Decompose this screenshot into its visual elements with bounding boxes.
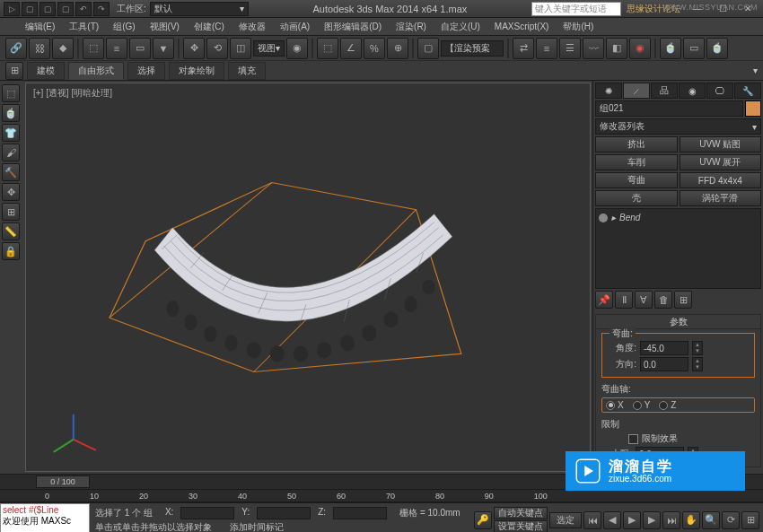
ribbon-tab-modeling[interactable]: 建模 [27,62,65,80]
unique-icon[interactable]: ∀ [635,291,653,309]
expand-icon[interactable]: ▸ [611,213,616,222]
frame-slider[interactable]: 0 / 100 [36,475,90,488]
menu-group[interactable]: 组(G) [106,19,142,35]
menu-customize[interactable]: 自定义(U) [434,19,487,35]
menu-views[interactable]: 视图(V) [143,19,187,35]
pin-stack-icon[interactable]: 📌 [595,291,613,309]
object-name-field[interactable]: 组021 [595,100,743,117]
menu-modifiers[interactable]: 修改器 [232,19,273,35]
stack-item-bend[interactable]: ▸ Bend [599,212,758,223]
move-icon[interactable]: ✥ [183,38,205,59]
select-name-icon[interactable]: ≡ [106,38,127,59]
limit-effect-check[interactable] [628,434,638,444]
play-icon[interactable]: ▶ [623,511,641,529]
btn-bend[interactable]: 弯曲 [595,172,678,188]
direction-input[interactable]: 0.0 [640,357,688,371]
ribbon-poly-icon[interactable]: ⊞ [5,62,23,80]
render-preset-dropdown[interactable]: 【渲染预案 [441,40,504,57]
display-tab-icon[interactable]: 🖵 [706,83,733,99]
ribbon-expand-icon[interactable]: ▾ [753,65,758,75]
app-menu-icon[interactable]: ▷ [4,2,20,16]
angle-snap-icon[interactable]: ∠ [340,38,362,59]
pivot-icon[interactable]: ◉ [286,38,308,59]
create-tab-icon[interactable]: ✺ [595,83,622,99]
setkey-button[interactable]: 设置关键点 [494,520,548,532]
curve-editor-icon[interactable]: 〰 [583,38,604,59]
shirt-icon[interactable]: 👕 [2,124,20,142]
x-field[interactable] [180,507,234,519]
lock-icon[interactable]: 🔒 [2,242,20,260]
mirror-icon[interactable]: ⇄ [513,38,534,59]
menu-rendering[interactable]: 渲染(R) [389,19,434,35]
perspective-viewport[interactable]: [+] [透视] [明暗处理] [25,83,591,472]
ribbon-tab-populate[interactable]: 填充 [228,62,266,80]
scale-icon[interactable]: ◫ [230,38,251,59]
btn-uvw-map[interactable]: UVW 贴图 [680,136,762,153]
config-icon[interactable]: ⊞ [674,291,692,309]
undo-icon[interactable]: ↶ [75,2,92,16]
ribbon-tab-paint[interactable]: 对象绘制 [169,62,224,80]
utilities-tab-icon[interactable]: 🔧 [734,83,761,99]
btn-turbo[interactable]: 涡轮平滑 [680,190,762,206]
angle-input[interactable]: -45.0 [640,341,688,355]
menu-tools[interactable]: 工具(T) [62,19,106,35]
ribbon-tab-selection[interactable]: 选择 [127,62,165,80]
align-icon[interactable]: ≡ [536,38,557,59]
bind-icon[interactable]: ◆ [52,38,74,59]
btn-extrude[interactable]: 挤出 [595,136,678,153]
angle-spinner[interactable]: ▲▼ [692,341,703,355]
axis-x-radio[interactable]: X [606,400,624,410]
new-icon[interactable]: ▢ [22,2,38,16]
named-sel-icon[interactable]: ▢ [417,38,439,59]
bulb-icon[interactable] [599,214,608,222]
menu-graph[interactable]: 图形编辑器(D) [317,19,389,35]
goto-start-icon[interactable]: ⏮ [583,511,601,529]
select-region-icon[interactable]: ▭ [129,38,151,59]
filter-icon[interactable]: ▼ [153,38,174,59]
rotate-icon[interactable]: ⟲ [206,38,228,59]
btn-shell[interactable]: 壳 [595,190,678,206]
selected-button[interactable]: 选定 [549,512,582,528]
array-icon[interactable]: ⊞ [2,203,20,221]
next-frame-icon[interactable]: ▶ [643,511,661,529]
redo-icon[interactable]: ↷ [93,2,110,16]
axis-center-icon[interactable]: ✥ [2,183,20,201]
unlink-icon[interactable]: ⛓ [29,38,50,59]
viewport-label[interactable]: [+] [透视] [明暗处理] [33,87,112,100]
modifier-stack[interactable]: ▸ Bend [595,208,761,289]
direction-spinner[interactable]: ▲▼ [692,357,703,371]
btn-uvw-unwrap[interactable]: UVW 展开 [680,154,762,170]
modify-tab-icon[interactable]: ⟋ [623,83,650,99]
show-end-icon[interactable]: Ⅱ [615,291,633,309]
hammer-icon[interactable]: 🔨 [2,163,20,181]
render-icon[interactable]: 🍵 [706,38,728,59]
orbit-icon[interactable]: ⟳ [722,511,740,529]
pan-icon[interactable]: ✋ [682,511,700,529]
menu-animation[interactable]: 动画(A) [273,19,317,35]
ribbon-tab-freeform[interactable]: 自由形式 [68,62,124,80]
select-icon[interactable]: ⬚ [83,38,104,59]
menu-edit[interactable]: 编辑(E) [18,19,62,35]
prev-frame-icon[interactable]: ◀ [603,511,621,529]
render-frame-icon[interactable]: ▭ [683,38,705,59]
workspace-dropdown[interactable]: 默认 ▾ [150,2,249,16]
zoom-icon[interactable]: 🔍 [702,511,720,529]
autokey-button[interactable]: 自动关键点 [494,507,548,519]
btn-lathe[interactable]: 车削 [595,154,678,170]
btn-ffd[interactable]: FFD 4x4x4 [680,172,762,188]
key-icon[interactable]: 🔑 [474,511,492,529]
z-field[interactable] [333,507,387,519]
material-editor-icon[interactable]: ◉ [629,38,651,59]
max-viewport-icon[interactable]: ⊞ [741,511,759,529]
brush-icon[interactable]: 🖌 [2,144,20,161]
refcoord-dropdown[interactable]: 视图 ▾ [253,40,285,57]
axis-z-radio[interactable]: Z [659,400,676,410]
menu-help[interactable]: 帮助(H) [556,19,601,35]
goto-end-icon[interactable]: ⏭ [662,511,680,529]
percent-snap-icon[interactable]: % [364,38,385,59]
remove-mod-icon[interactable]: 🗑 [654,291,672,309]
schematic-icon[interactable]: ◧ [606,38,627,59]
teapot-icon[interactable]: 🍵 [2,104,20,122]
layers-icon[interactable]: ☰ [559,38,581,59]
menu-create[interactable]: 创建(C) [187,19,232,35]
